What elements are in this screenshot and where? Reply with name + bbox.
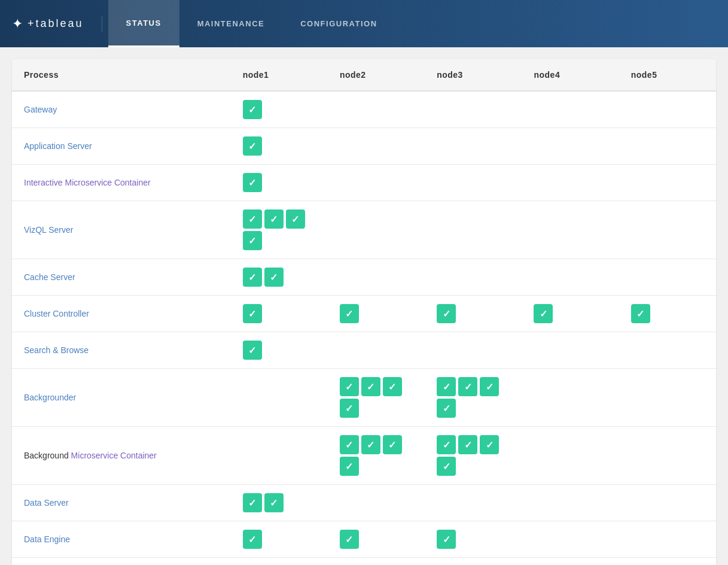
node3-cell bbox=[425, 485, 522, 521]
process-name: Data Server bbox=[12, 485, 231, 521]
node4-cell bbox=[522, 201, 619, 259]
check-badge bbox=[437, 377, 456, 396]
process-name: Cache Server bbox=[12, 259, 231, 296]
logo-area: ✦ +tableau bbox=[12, 16, 102, 32]
check-badge bbox=[437, 530, 456, 549]
node1-cell bbox=[231, 201, 328, 259]
col-node1: node1 bbox=[231, 59, 328, 91]
table-row: Interactive Microservice Container bbox=[12, 165, 716, 201]
table-row: Background Microservice Container bbox=[12, 427, 716, 485]
process-name: Data Engine bbox=[12, 521, 231, 558]
check-badge bbox=[243, 493, 262, 512]
node3-cell bbox=[425, 165, 522, 201]
check-badge bbox=[243, 231, 262, 250]
header: ✦ +tableau STATUS MAINTENANCE CONFIGURAT… bbox=[0, 0, 728, 47]
node4-cell bbox=[522, 128, 619, 165]
node2-cell bbox=[328, 259, 425, 296]
node4-cell bbox=[522, 165, 619, 201]
check-badge bbox=[340, 457, 359, 476]
node5-cell bbox=[619, 332, 716, 369]
node1-cell bbox=[231, 485, 328, 521]
node3-cell bbox=[425, 332, 522, 369]
tab-status[interactable]: STATUS bbox=[108, 0, 179, 47]
check-badge bbox=[264, 209, 284, 229]
node5-cell bbox=[619, 91, 716, 128]
node3-cell bbox=[425, 259, 522, 296]
node4-cell bbox=[522, 369, 619, 427]
check-badge bbox=[437, 304, 456, 323]
node5-cell bbox=[619, 521, 716, 558]
node2-cell bbox=[328, 521, 425, 558]
check-badge bbox=[480, 377, 499, 396]
node5-cell bbox=[619, 485, 716, 521]
check-badge bbox=[631, 304, 650, 323]
node1-cell bbox=[231, 332, 328, 369]
node4-cell bbox=[522, 332, 619, 369]
check-badge bbox=[243, 530, 262, 549]
col-process: Process bbox=[12, 59, 231, 91]
check-badge bbox=[340, 399, 359, 418]
check-badge bbox=[243, 209, 262, 229]
node3-cell bbox=[425, 427, 522, 485]
node2-cell bbox=[328, 201, 425, 259]
table-header-row: Process node1 node2 node3 node4 node5 bbox=[12, 59, 716, 91]
table-row: VizQL Server bbox=[12, 201, 716, 259]
node3-cell bbox=[425, 296, 522, 332]
node5-cell bbox=[619, 296, 716, 332]
check-badge bbox=[437, 399, 456, 418]
process-name: VizQL Server bbox=[12, 201, 231, 259]
table-row: Data Server bbox=[12, 485, 716, 521]
table-row: Cluster Controller bbox=[12, 296, 716, 332]
node4-cell bbox=[522, 427, 619, 485]
check-badge bbox=[243, 304, 262, 323]
node3-cell bbox=[425, 558, 522, 566]
tableau-logo-icon: ✦ bbox=[12, 16, 23, 32]
node4-cell bbox=[522, 558, 619, 566]
table-row: File Store bbox=[12, 558, 716, 566]
col-node3: node3 bbox=[425, 59, 522, 91]
node5-cell bbox=[619, 369, 716, 427]
check-badge bbox=[361, 435, 380, 454]
node3-cell bbox=[425, 369, 522, 427]
check-badge bbox=[264, 268, 284, 287]
process-name: Background Microservice Container bbox=[12, 427, 231, 485]
table-row: Backgrounder bbox=[12, 369, 716, 427]
node4-cell bbox=[522, 259, 619, 296]
tab-configuration[interactable]: CONFIGURATION bbox=[282, 0, 395, 47]
check-badge bbox=[480, 435, 499, 454]
process-name: Search & Browse bbox=[12, 332, 231, 369]
process-name: Application Server bbox=[12, 128, 231, 165]
node2-cell bbox=[328, 165, 425, 201]
main-content: Process node1 node2 node3 node4 node5 Ga… bbox=[12, 59, 716, 565]
node3-cell bbox=[425, 521, 522, 558]
process-name: Gateway bbox=[12, 91, 231, 128]
check-badge bbox=[383, 435, 402, 454]
nav-tabs: STATUS MAINTENANCE CONFIGURATION bbox=[108, 0, 395, 47]
process-name: File Store bbox=[12, 558, 231, 566]
process-name: Interactive Microservice Container bbox=[12, 165, 231, 201]
node2-cell bbox=[328, 485, 425, 521]
node3-cell bbox=[425, 91, 522, 128]
check-badge bbox=[458, 435, 477, 454]
node1-cell bbox=[231, 558, 328, 566]
node5-cell bbox=[619, 558, 716, 566]
node4-cell bbox=[522, 485, 619, 521]
node5-cell bbox=[619, 165, 716, 201]
check-badge bbox=[458, 377, 477, 396]
col-node2: node2 bbox=[328, 59, 425, 91]
status-table: Process node1 node2 node3 node4 node5 Ga… bbox=[12, 59, 716, 565]
node5-cell bbox=[619, 128, 716, 165]
process-name: Backgrounder bbox=[12, 369, 231, 427]
node2-cell bbox=[328, 369, 425, 427]
node5-cell bbox=[619, 259, 716, 296]
node5-cell bbox=[619, 201, 716, 259]
check-badge bbox=[243, 100, 262, 119]
node2-cell bbox=[328, 558, 425, 566]
check-badge bbox=[286, 209, 305, 229]
tab-maintenance[interactable]: MAINTENANCE bbox=[179, 0, 283, 47]
table-row: Application Server bbox=[12, 128, 716, 165]
node2-cell bbox=[328, 296, 425, 332]
node4-cell bbox=[522, 521, 619, 558]
check-badge bbox=[340, 377, 359, 396]
table-row: Cache Server bbox=[12, 259, 716, 296]
